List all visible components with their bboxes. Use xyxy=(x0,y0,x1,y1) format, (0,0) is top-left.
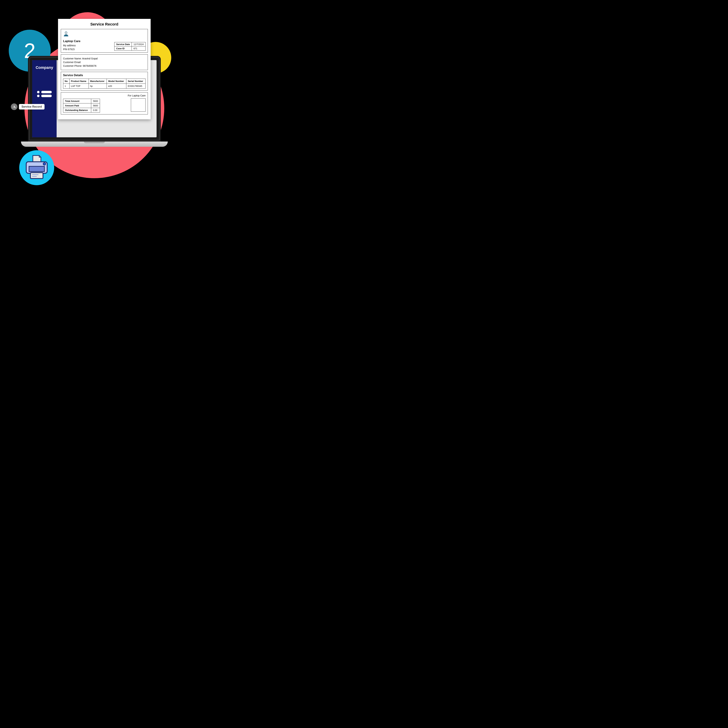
col-serial: Serial Number xyxy=(126,79,145,84)
customer-name-value: Aravind Gopal xyxy=(82,57,98,60)
app-sidebar: Company xyxy=(32,60,57,137)
svg-point-5 xyxy=(43,163,46,165)
meta-table: Service Date 12/7/2024 Case ID 671 xyxy=(114,42,145,50)
cell-model: e20 xyxy=(107,84,126,89)
footer-box: Total Amount 5600 Amount Paid 5600 Outst… xyxy=(61,92,148,115)
amount-paid-value: 5600 xyxy=(91,103,100,108)
cell-product: LAP TOP xyxy=(69,84,89,89)
customer-email-label: Customer Email: xyxy=(63,61,81,64)
table-row: 1 LAP TOP hp e20 EX001789345 xyxy=(63,84,145,89)
cell-serial: EX001789345 xyxy=(126,84,145,89)
signature-box xyxy=(131,98,145,112)
person-icon xyxy=(63,31,80,37)
company-pin: PIN 67915 xyxy=(63,48,80,50)
service-record-tag-label: Service Record xyxy=(19,104,44,110)
col-manufacturer: Manufacturer xyxy=(89,79,107,84)
laptop-base xyxy=(21,142,168,147)
doc-title: Service Record xyxy=(61,22,148,26)
col-product: Product Name xyxy=(69,79,89,84)
customer-phone-value: 9876459076 xyxy=(83,64,96,67)
customer-phone-label: Customer Phone: xyxy=(63,64,82,67)
outstanding-balance-value: 0.00 xyxy=(91,108,100,113)
amount-paid-label: Amount Paid xyxy=(63,103,91,108)
signature-for-label: For Laptop Care xyxy=(128,94,145,97)
service-details-heading: Service Details xyxy=(63,74,145,77)
svg-point-6 xyxy=(65,32,67,34)
svg-rect-1 xyxy=(29,166,44,171)
outstanding-balance-label: Outstanding Balance xyxy=(63,108,91,113)
sidebar-title: Company xyxy=(36,65,53,70)
case-id-label: Case ID xyxy=(115,46,132,50)
customer-info-box: Customer Name: Aravind Gopal Customer Em… xyxy=(61,54,148,70)
amounts-table: Total Amount 5600 Amount Paid 5600 Outst… xyxy=(63,99,100,113)
company-address: My address xyxy=(63,44,80,47)
company-name: Laptop Care xyxy=(63,40,80,43)
service-details-box: Service Details No Product Name Manufact… xyxy=(61,72,148,90)
total-amount-value: 5600 xyxy=(91,99,100,103)
menu-row xyxy=(37,95,52,97)
case-id-value: 671 xyxy=(132,46,145,50)
tools-icon xyxy=(11,103,17,110)
signature-area: For Laptop Care xyxy=(128,94,145,112)
cell-no: 1 xyxy=(63,84,70,89)
cell-manufacturer: hp xyxy=(89,84,107,89)
service-record-document: Service Record Laptop Care My address PI… xyxy=(58,19,151,119)
menu-row xyxy=(37,91,52,93)
svg-rect-2 xyxy=(31,173,43,179)
service-record-tag[interactable]: Service Record xyxy=(11,103,44,110)
total-amount-label: Total Amount xyxy=(63,99,91,103)
menu-list-icon[interactable] xyxy=(37,91,52,97)
service-date-label: Service Date xyxy=(115,42,132,46)
col-no: No xyxy=(63,79,70,84)
printer-icon[interactable] xyxy=(23,154,50,182)
service-details-table: No Product Name Manufacturer Model Numbe… xyxy=(63,79,145,89)
service-date-value: 12/7/2024 xyxy=(132,42,145,46)
col-model: Model Number xyxy=(107,79,126,84)
company-info-box: Laptop Care My address PIN 67915 Service… xyxy=(61,29,148,53)
customer-name-label: Customer Name: xyxy=(63,57,82,60)
